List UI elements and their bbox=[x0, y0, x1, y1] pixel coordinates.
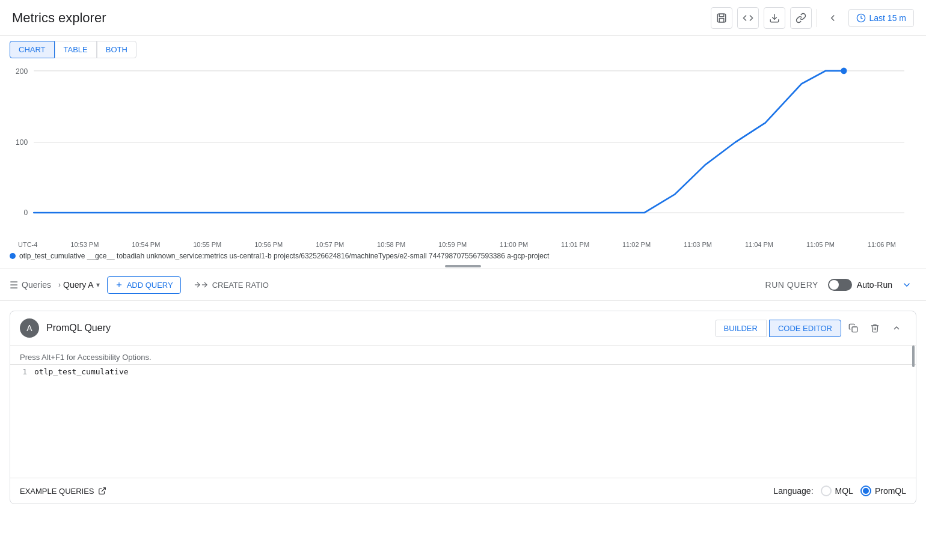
code-button[interactable] bbox=[737, 7, 759, 29]
promql-label: PromQL bbox=[875, 486, 906, 496]
header-divider bbox=[817, 9, 817, 27]
dropdown-arrow-icon: ▾ bbox=[96, 281, 100, 289]
x-label-1106: 11:06 PM bbox=[868, 241, 896, 248]
chart-tabs: CHART TABLE BOTH bbox=[0, 36, 926, 58]
back-button[interactable] bbox=[822, 7, 844, 29]
builder-button[interactable]: BUILDER bbox=[715, 320, 767, 337]
run-query-button[interactable]: RUN QUERY bbox=[756, 276, 828, 293]
accessibility-hint: Press Alt+F1 for Accessibility Options. bbox=[10, 350, 916, 365]
x-label-utc: UTC-4 bbox=[18, 241, 37, 248]
query-panel: A PromQL Query BUILDER CODE EDITOR Press… bbox=[10, 311, 916, 504]
x-label-1100: 11:00 PM bbox=[500, 241, 528, 248]
expand-button[interactable] bbox=[897, 275, 916, 294]
promql-radio-inner bbox=[863, 488, 869, 494]
time-range-button[interactable]: Last 15 m bbox=[848, 9, 914, 27]
legend-text: otlp_test_cumulative __gce__ tobadiah un… bbox=[19, 252, 549, 260]
mql-radio-option[interactable]: MQL bbox=[821, 485, 853, 496]
svg-point-10 bbox=[841, 67, 847, 74]
language-label-text: Language: bbox=[773, 486, 813, 496]
query-panel-title: PromQL Query bbox=[46, 323, 708, 333]
mql-radio-circle bbox=[821, 485, 832, 496]
breadcrumb-chevron: › bbox=[58, 281, 61, 289]
svg-rect-15 bbox=[852, 327, 857, 332]
legend-dot bbox=[10, 253, 16, 259]
x-label-1103: 11:03 PM bbox=[684, 241, 712, 248]
query-selector-label: Query A bbox=[63, 280, 94, 290]
app-header: Metrics explorer Last 15 m bbox=[0, 0, 926, 36]
create-ratio-label: CREATE RATIO bbox=[212, 281, 269, 290]
collapse-query-button[interactable] bbox=[887, 318, 906, 338]
x-label-1102: 11:02 PM bbox=[622, 241, 651, 248]
language-selector: Language: MQL PromQL bbox=[773, 485, 906, 496]
chart-area: 200 100 0 bbox=[0, 58, 926, 239]
auto-run-toggle[interactable]: Auto-Run bbox=[828, 279, 892, 291]
x-label-1053: 10:53 PM bbox=[70, 241, 99, 248]
toggle-thumb bbox=[829, 280, 839, 290]
x-label-1054: 10:54 PM bbox=[132, 241, 160, 248]
create-ratio-button[interactable]: CREATE RATIO bbox=[186, 277, 276, 293]
chart-legend: otlp_test_cumulative __gce__ tobadiah un… bbox=[0, 248, 926, 264]
auto-run-label: Auto-Run bbox=[857, 280, 892, 290]
x-label-1056: 10:56 PM bbox=[254, 241, 283, 248]
time-range-label: Last 15 m bbox=[869, 13, 906, 23]
promql-radio-option[interactable]: PromQL bbox=[860, 485, 906, 496]
x-label-1105: 11:05 PM bbox=[806, 241, 835, 248]
query-bottom-bar: EXAMPLE QUERIES Language: MQL PromQL bbox=[10, 478, 916, 504]
svg-rect-1 bbox=[719, 14, 724, 17]
page-title: Metrics explorer bbox=[12, 10, 106, 26]
mql-label: MQL bbox=[835, 486, 853, 496]
editor-scrollbar bbox=[912, 345, 915, 367]
example-queries-label: EXAMPLE QUERIES bbox=[20, 487, 94, 496]
query-header-actions: BUILDER CODE EDITOR bbox=[715, 318, 906, 338]
x-label-1055: 10:55 PM bbox=[193, 241, 221, 248]
copy-query-button[interactable] bbox=[844, 318, 863, 338]
svg-text:200: 200 bbox=[16, 67, 28, 76]
code-line-1: 1 otlp_test_cumulative bbox=[10, 365, 916, 379]
query-panel-header: A PromQL Query BUILDER CODE EDITOR bbox=[10, 311, 916, 345]
example-queries-link[interactable]: EXAMPLE QUERIES bbox=[20, 487, 106, 496]
x-label-1101: 11:01 PM bbox=[561, 241, 589, 248]
scroll-bar bbox=[445, 265, 481, 267]
chart-x-axis: UTC-4 10:53 PM 10:54 PM 10:55 PM 10:56 P… bbox=[0, 239, 926, 248]
queries-label: Queries bbox=[22, 280, 51, 290]
x-label-1059: 10:59 PM bbox=[438, 241, 467, 248]
query-toolbar: ☰ Queries › Query A ▾ ADD QUERY CREATE R… bbox=[0, 269, 926, 301]
link-button[interactable] bbox=[790, 7, 812, 29]
x-label-1104: 11:04 PM bbox=[745, 241, 773, 248]
code-editor-area[interactable]: Press Alt+F1 for Accessibility Options. … bbox=[10, 345, 916, 478]
menu-icon: ☰ bbox=[10, 279, 18, 291]
chart-svg: 200 100 0 bbox=[10, 64, 916, 221]
tab-chart[interactable]: CHART bbox=[10, 41, 55, 58]
line-number: 1 bbox=[10, 367, 34, 376]
query-selector[interactable]: Query A ▾ bbox=[63, 280, 100, 290]
query-code[interactable]: otlp_test_cumulative bbox=[34, 367, 129, 376]
svg-text:0: 0 bbox=[23, 208, 28, 218]
add-query-label: ADD QUERY bbox=[127, 281, 173, 290]
save-chart-button[interactable] bbox=[711, 7, 732, 29]
svg-line-16 bbox=[101, 488, 105, 492]
x-label-1058: 10:58 PM bbox=[377, 241, 405, 248]
promql-radio-circle bbox=[860, 485, 871, 496]
scroll-hint bbox=[0, 264, 926, 269]
x-label-1057: 10:57 PM bbox=[316, 241, 344, 248]
tab-both[interactable]: BOTH bbox=[97, 41, 136, 58]
delete-query-button[interactable] bbox=[865, 318, 885, 338]
svg-text:100: 100 bbox=[16, 138, 28, 147]
download-button[interactable] bbox=[764, 7, 785, 29]
code-editor-button[interactable]: CODE EDITOR bbox=[769, 320, 841, 337]
run-query-label: RUN QUERY bbox=[765, 280, 818, 290]
query-avatar: A bbox=[20, 318, 39, 338]
header-actions: Last 15 m bbox=[711, 7, 914, 29]
queries-menu[interactable]: ☰ Queries bbox=[10, 279, 56, 291]
toggle-track[interactable] bbox=[828, 279, 852, 291]
add-query-button[interactable]: ADD QUERY bbox=[107, 276, 181, 294]
tab-table[interactable]: TABLE bbox=[55, 41, 97, 58]
